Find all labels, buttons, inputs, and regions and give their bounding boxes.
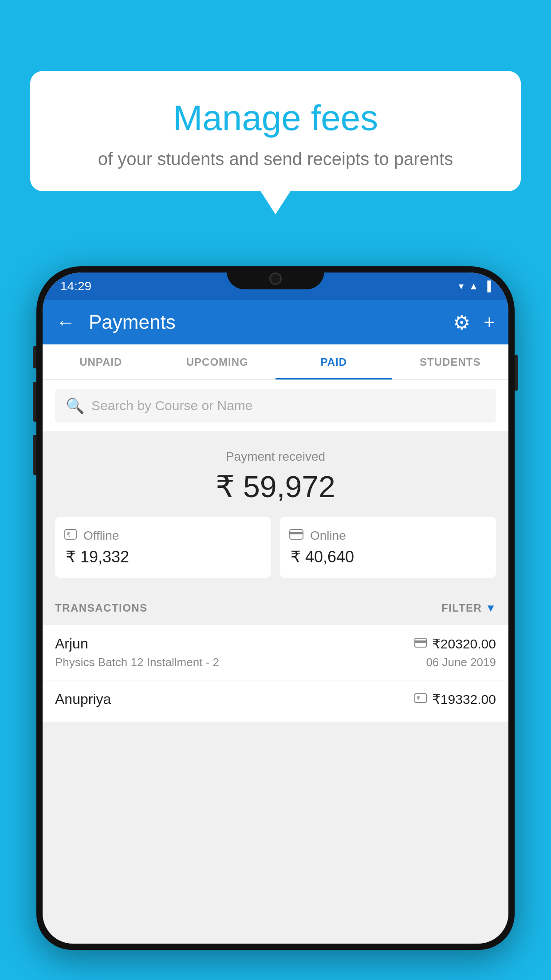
speech-bubble-container: Manage fees of your students and send re…: [30, 71, 521, 191]
online-card-header: Online: [289, 528, 346, 543]
table-row[interactable]: Arjun ₹20320.00: [43, 625, 508, 680]
transactions-header: TRANSACTIONS FILTER ▼: [43, 591, 508, 625]
add-icon[interactable]: +: [484, 311, 495, 333]
silent-button: [33, 435, 36, 475]
back-button[interactable]: ←: [56, 311, 75, 333]
app-bar: ← Payments ⚙ +: [43, 300, 508, 344]
payment-received-label: Payment received: [55, 450, 496, 464]
tab-paid[interactable]: PAID: [276, 344, 392, 379]
phone-frame: 14:29 ▾ ▲ ▐ ← Payments ⚙: [36, 266, 515, 950]
search-icon: 🔍: [66, 397, 84, 415]
status-time: 14:29: [60, 279, 91, 293]
transaction-amount: ₹20320.00: [432, 636, 496, 652]
transaction-row-bottom: Physics Batch 12 Installment - 2 06 June…: [55, 656, 496, 669]
app-bar-title: Payments: [89, 311, 444, 333]
settings-icon[interactable]: ⚙: [453, 311, 470, 334]
payment-total-amount: ₹ 59,972: [55, 469, 496, 504]
speech-bubble-title: Manage fees: [52, 98, 499, 138]
transaction-list: Arjun ₹20320.00: [43, 625, 508, 722]
transaction-date: 06 June 2019: [426, 656, 496, 669]
svg-text:₹: ₹: [67, 531, 71, 538]
online-payment-icon: [289, 528, 304, 543]
online-label: Online: [310, 529, 346, 543]
transactions-label: TRANSACTIONS: [55, 602, 148, 614]
speech-bubble-subtitle: of your students and send receipts to pa…: [52, 149, 499, 169]
status-icons: ▾ ▲ ▐: [459, 281, 491, 292]
online-amount: ₹ 40,640: [289, 548, 354, 566]
offline-payment-icon-row: ₹: [414, 692, 427, 706]
tab-upcoming[interactable]: UPCOMING: [159, 344, 276, 379]
transaction-name: Anupriya: [55, 691, 111, 707]
transaction-course: Physics Batch 12 Installment - 2: [55, 656, 219, 669]
tab-unpaid[interactable]: UNPAID: [43, 344, 159, 379]
offline-amount: ₹ 19,332: [64, 548, 129, 566]
svg-rect-5: [415, 640, 426, 643]
signal-icon: ▲: [469, 281, 479, 292]
transaction-row-top: Arjun ₹20320.00: [55, 636, 496, 652]
phone-container: 14:29 ▾ ▲ ▐ ← Payments ⚙: [36, 266, 515, 980]
search-input[interactable]: Search by Course or Name: [91, 398, 253, 413]
offline-card-header: ₹ Offline: [64, 528, 119, 543]
battery-icon: ▐: [484, 281, 491, 292]
phone-screen: 14:29 ▾ ▲ ▐ ← Payments ⚙: [43, 273, 508, 944]
volume-down-button: [33, 382, 36, 422]
payment-cards: ₹ Offline ₹ 19,332: [55, 517, 496, 578]
tabs-container: UNPAID UPCOMING PAID STUDENTS: [43, 344, 508, 380]
transaction-amount-wrapper: ₹ ₹19332.00: [414, 692, 496, 707]
phone-notch: [227, 266, 324, 289]
offline-payment-card: ₹ Offline ₹ 19,332: [55, 517, 271, 578]
filter-icon: ▼: [485, 602, 496, 614]
volume-up-button: [33, 346, 36, 368]
offline-payment-icon: ₹: [64, 528, 77, 543]
filter-label: FILTER: [441, 602, 482, 614]
filter-wrapper[interactable]: FILTER ▼: [441, 602, 496, 614]
phone-camera: [269, 273, 282, 285]
transaction-row-top: Anupriya ₹ ₹19332.00: [55, 691, 496, 707]
svg-text:₹: ₹: [417, 695, 420, 702]
svg-rect-3: [290, 532, 303, 534]
card-payment-icon: [414, 637, 427, 651]
app-bar-actions: ⚙ +: [453, 311, 495, 334]
tab-students[interactable]: STUDENTS: [392, 344, 509, 379]
offline-label: Offline: [83, 529, 119, 543]
table-row[interactable]: Anupriya ₹ ₹19332.00: [43, 680, 508, 722]
search-input-wrapper[interactable]: 🔍 Search by Course or Name: [55, 389, 496, 423]
transaction-amount: ₹19332.00: [432, 692, 496, 707]
search-container: 🔍 Search by Course or Name: [43, 380, 508, 432]
online-payment-card: Online ₹ 40,640: [280, 517, 496, 578]
transaction-name: Arjun: [55, 636, 88, 652]
transaction-amount-wrapper: ₹20320.00: [414, 636, 496, 652]
wifi-icon: ▾: [459, 281, 464, 292]
payment-summary: Payment received ₹ 59,972 ₹: [43, 432, 508, 591]
power-button: [515, 355, 518, 391]
